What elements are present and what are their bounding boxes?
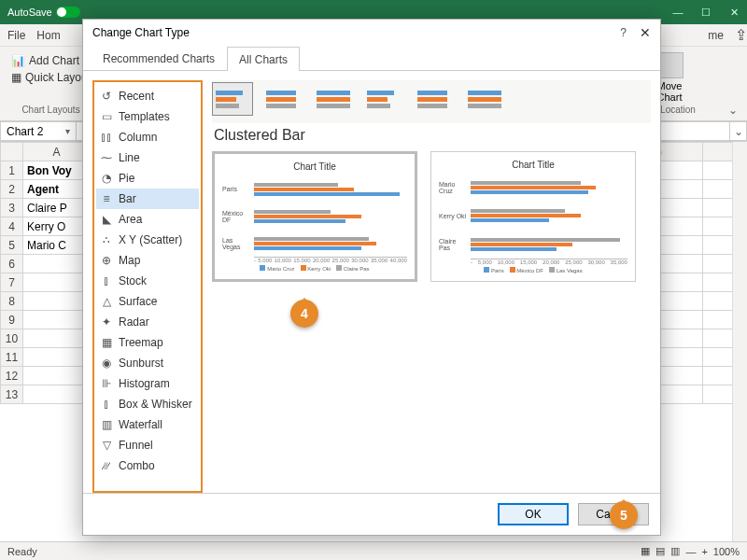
category-label: Surface (119, 295, 157, 308)
row-header[interactable]: 10 (1, 329, 23, 348)
name-box[interactable]: Chart 2▾ (0, 121, 77, 141)
row-header[interactable]: 1 (1, 161, 23, 180)
category-icon: ↺ (100, 90, 113, 103)
tab-all-charts[interactable]: All Charts (227, 47, 300, 71)
ribbon-group-label: Chart Layouts (11, 105, 91, 115)
row-header[interactable]: 3 (1, 199, 23, 217)
dialog-help-button[interactable]: ? (620, 26, 627, 39)
chart-preview-2[interactable]: Chart TitleMario CruzKerry OkiClaire Pas… (430, 151, 636, 282)
category-label: Map (119, 254, 140, 267)
chevron-down-icon[interactable]: ▾ (65, 126, 70, 136)
subtype-label: Clustered Bar (212, 123, 651, 151)
cell[interactable]: Kerry O (23, 217, 91, 236)
callout-5: 5 (610, 501, 638, 529)
row-header[interactable]: 7 (1, 273, 23, 292)
subtype-100-stacked-bar[interactable] (313, 82, 354, 116)
category-x-y-scatter-[interactable]: ∴X Y (Scatter) (96, 230, 199, 250)
view-normal-icon[interactable]: ▦ (641, 545, 650, 557)
category-icon: ◣ (100, 213, 113, 226)
cell[interactable]: Claire P (23, 199, 91, 217)
category-icon: △ (100, 295, 113, 308)
subtype-3d-100-stacked-bar[interactable] (464, 82, 505, 116)
category-radar[interactable]: ✦Radar (96, 312, 199, 332)
vertical-scrollbar[interactable] (732, 142, 747, 541)
cell[interactable]: Agent (23, 180, 91, 199)
category-label: Recent (119, 90, 154, 103)
category-label: Treemap (119, 336, 163, 349)
tab-recommended-charts[interactable]: Recommended Charts (91, 46, 227, 70)
ribbon-tab-me[interactable]: me (708, 29, 724, 42)
quick-layout-button[interactable]: ▦ Quick Layout (11, 69, 91, 86)
category-label: Pie (119, 172, 134, 185)
category-histogram[interactable]: ⊪Histogram (96, 373, 199, 394)
row-header[interactable]: 2 (1, 180, 23, 199)
category-icon: ⊪ (100, 377, 113, 390)
cell[interactable]: Mario C (23, 236, 91, 255)
category-surface[interactable]: △Surface (96, 291, 199, 312)
category-icon: ⊕ (100, 254, 113, 267)
ok-button[interactable]: OK (498, 503, 569, 525)
category-icon: ▭ (100, 110, 113, 123)
category-label: Bar (119, 192, 136, 205)
share-icon[interactable]: ⇪ (735, 26, 747, 44)
window-close[interactable]: ✕ (728, 7, 740, 19)
category-bar[interactable]: ≡Bar (96, 189, 199, 209)
formula-expand[interactable]: ⌄ (730, 121, 747, 141)
autosave-toggle[interactable] (56, 7, 80, 18)
callout-4: 4 (290, 300, 318, 328)
category-label: Waterfall (119, 418, 162, 431)
category-label: X Y (Scatter) (119, 233, 182, 246)
category-pie[interactable]: ◔Pie (96, 168, 199, 189)
category-templates[interactable]: ▭Templates (96, 106, 199, 127)
category-stock[interactable]: ⫿Stock (96, 271, 199, 291)
zoom-level[interactable]: 100% (713, 546, 740, 557)
row-header[interactable]: 4 (1, 217, 23, 236)
col-header-a[interactable]: A (23, 143, 91, 161)
row-header[interactable]: 13 (1, 385, 23, 404)
category-waterfall[interactable]: ▥Waterfall (96, 414, 199, 435)
zoom-plus[interactable]: + (701, 546, 707, 557)
category-combo[interactable]: ⫻Combo (96, 455, 199, 476)
window-maximize[interactable]: ☐ (700, 7, 712, 19)
subtype-3d-clustered-bar[interactable] (363, 82, 404, 116)
category-recent[interactable]: ↺Recent (96, 86, 199, 106)
add-chart-element-button[interactable]: 📊 Add Chart (11, 52, 91, 69)
ribbon-tab-home[interactable]: Hom (36, 29, 60, 42)
category-icon: ◉ (100, 357, 113, 370)
chart-preview-1[interactable]: Chart TitleParisMéxico DFLas Vegas-5,000… (212, 151, 417, 282)
category-funnel[interactable]: ▽Funnel (96, 435, 199, 455)
dialog-close-button[interactable]: ✕ (640, 25, 651, 40)
row-header[interactable]: 11 (1, 348, 23, 367)
category-area[interactable]: ◣Area (96, 209, 199, 230)
category-icon: ▦ (100, 336, 113, 349)
category-column[interactable]: ⫿⫿Column (96, 127, 199, 147)
subtype-clustered-bar[interactable] (212, 82, 253, 116)
status-ready: Ready (7, 546, 37, 557)
view-layout-icon[interactable]: ▤ (655, 545, 665, 557)
category-label: Stock (119, 274, 147, 287)
cell[interactable]: Bon Voy (23, 161, 91, 180)
row-header[interactable]: 8 (1, 292, 23, 311)
row-header[interactable]: 5 (1, 236, 23, 255)
category-icon: ⫿ (100, 398, 113, 411)
category-line[interactable]: ⁓Line (96, 147, 199, 168)
window-minimize[interactable]: — (672, 7, 684, 19)
category-label: Line (119, 151, 140, 164)
row-header[interactable]: 12 (1, 367, 23, 385)
category-icon: ≡ (100, 192, 113, 205)
row-header[interactable]: 9 (1, 311, 23, 329)
chart-category-list: ↺Recent▭Templates⫿⫿Column⁓Line◔Pie≡Bar◣A… (92, 80, 203, 493)
category-box-whisker[interactable]: ⫿Box & Whisker (96, 394, 199, 414)
category-icon: ⫻ (100, 459, 113, 472)
view-pagebreak-icon[interactable]: ▥ (670, 545, 680, 557)
status-bar: Ready ▦ ▤ ▥ — + 100% (0, 541, 747, 560)
category-icon: ⫿ (100, 274, 113, 287)
category-map[interactable]: ⊕Map (96, 250, 199, 271)
category-treemap[interactable]: ▦Treemap (96, 332, 199, 353)
subtype-3d-stacked-bar[interactable] (414, 82, 455, 116)
ribbon-tab-file[interactable]: File (7, 29, 25, 42)
row-header[interactable]: 6 (1, 255, 23, 273)
category-sunburst[interactable]: ◉Sunburst (96, 353, 199, 373)
category-icon: ⁓ (100, 151, 113, 164)
subtype-stacked-bar[interactable] (262, 82, 303, 116)
